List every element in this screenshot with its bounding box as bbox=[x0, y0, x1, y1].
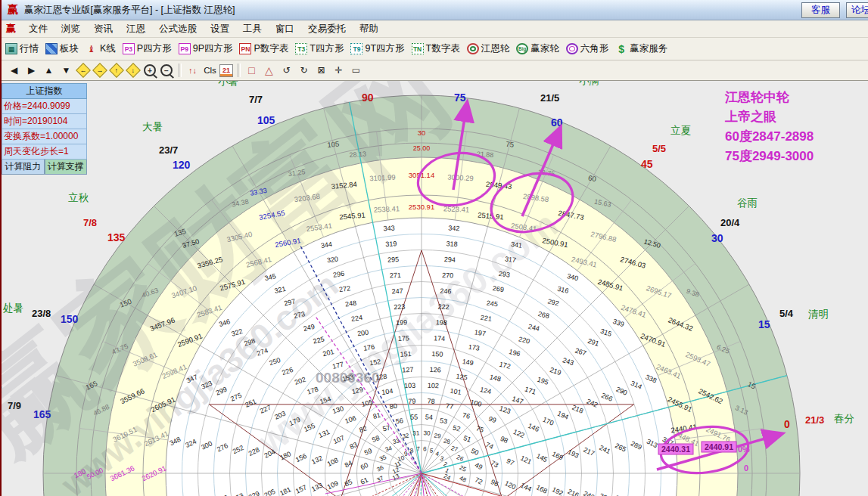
t-table-button[interactable]: TNT数字表 bbox=[412, 42, 460, 55]
hexagon-button[interactable]: 六角形 bbox=[566, 42, 609, 55]
gann-wheel-chart-area[interactable]: 1234567891011121324252627282930313233343… bbox=[2, 81, 868, 496]
customer-service-button[interactable]: 客服 bbox=[801, 2, 840, 18]
winner-wheel-button[interactable]: Big赢家轮 bbox=[516, 42, 559, 55]
nav-down-icon[interactable]: ▼ bbox=[58, 64, 74, 77]
menu-item-1[interactable]: 浏览 bbox=[54, 21, 87, 37]
rotate-ccw-icon[interactable]: ↺ bbox=[278, 64, 294, 77]
menu-item-4[interactable]: 公式选股 bbox=[152, 21, 204, 37]
nav-right-icon[interactable]: ▶ bbox=[23, 64, 39, 77]
menu-item-0[interactable]: 文件 bbox=[22, 21, 54, 37]
9p-square-button[interactable]: P99P四方形 bbox=[179, 42, 233, 55]
svg-text:32: 32 bbox=[402, 432, 410, 439]
application-window: 赢 赢家江恩专业版[赢家服务平台] - [上证指数 江恩轮] 客服 论坛 赢 文… bbox=[0, 0, 868, 496]
svg-text:60: 60 bbox=[587, 173, 596, 183]
t-table-icon: TN bbox=[412, 43, 424, 54]
svg-text:319: 319 bbox=[385, 240, 397, 248]
dollar-icon: $ bbox=[615, 43, 627, 54]
menu-logo-icon: 赢 bbox=[2, 22, 22, 36]
clear-button[interactable]: Cls bbox=[202, 64, 218, 77]
svg-text:173: 173 bbox=[468, 343, 480, 352]
tool-label: 9P四方形 bbox=[193, 42, 233, 55]
9t-square-icon: T9 bbox=[350, 43, 362, 54]
menu-bar: 赢 文件浏览资讯江恩公式选股设置工具窗口交易委托帮助 bbox=[2, 20, 868, 38]
window-title: 赢家江恩专业版[赢家服务平台] - [上证指数 江恩轮] bbox=[24, 4, 795, 17]
menu-item-3[interactable]: 江恩 bbox=[120, 21, 152, 37]
calc-support-button[interactable]: 计算支撑 bbox=[45, 160, 88, 175]
annotation-line: 60度2847-2898 bbox=[725, 127, 814, 147]
pan-left-icon[interactable]: ← bbox=[76, 64, 91, 77]
svg-text:2440.31: 2440.31 bbox=[661, 445, 690, 454]
blocks-button[interactable]: 板块 bbox=[45, 42, 79, 55]
calendar-icon[interactable]: 21 bbox=[219, 64, 233, 77]
svg-text:23/7: 23/7 bbox=[159, 144, 178, 156]
svg-text:31: 31 bbox=[412, 429, 420, 436]
draw-triangle-icon[interactable]: △ bbox=[261, 64, 277, 77]
zoom-in-icon[interactable]: + bbox=[142, 64, 157, 77]
zoom-out-icon[interactable]: − bbox=[159, 64, 174, 77]
svg-text:75: 75 bbox=[454, 91, 466, 104]
step-length: 周天变化步长=1 bbox=[2, 144, 87, 160]
index-name: 上证指数 bbox=[2, 83, 87, 99]
menu-item-5[interactable]: 设置 bbox=[204, 21, 236, 37]
toolbar-separator bbox=[179, 64, 182, 77]
kline-button[interactable]: ♝K线 bbox=[86, 42, 116, 55]
box-x-icon[interactable]: ⊠ bbox=[313, 64, 329, 77]
updown-icon[interactable]: ↑↓ bbox=[185, 64, 201, 77]
gann-wheel-button[interactable]: 江恩轮 bbox=[467, 42, 510, 55]
svg-text:立秋: 立秋 bbox=[68, 192, 89, 203]
menu-item-7[interactable]: 窗口 bbox=[269, 21, 301, 37]
tool-label: 赢家服务 bbox=[630, 42, 667, 55]
svg-text:45: 45 bbox=[641, 158, 653, 170]
svg-text:7/8: 7/8 bbox=[83, 217, 97, 228]
menu-item-8[interactable]: 交易委托 bbox=[301, 21, 353, 37]
p-square-button[interactable]: P3P四方形 bbox=[123, 42, 172, 55]
menu-item-6[interactable]: 工具 bbox=[236, 21, 269, 37]
pan-up-icon[interactable]: ↑ bbox=[109, 64, 124, 77]
svg-text:342: 342 bbox=[448, 224, 459, 232]
conversion-factor: 变换系数=1.00000 bbox=[2, 129, 87, 144]
svg-text:295: 295 bbox=[387, 256, 399, 264]
nav-up-icon[interactable]: ▲ bbox=[41, 64, 57, 77]
t-square-button[interactable]: T3T四方形 bbox=[295, 42, 344, 55]
svg-text:248: 248 bbox=[344, 299, 356, 308]
t-square-icon: T3 bbox=[295, 43, 307, 54]
calc-resistance-button[interactable]: 计算阻力 bbox=[2, 160, 45, 175]
svg-text:200: 200 bbox=[357, 328, 369, 337]
p-table-button[interactable]: PNP数字表 bbox=[239, 42, 288, 55]
center-cross-icon[interactable]: ✛ bbox=[331, 64, 347, 77]
svg-text:0%: 0% bbox=[738, 445, 750, 454]
9t-square-button[interactable]: T99T四方形 bbox=[350, 42, 404, 55]
svg-text:清明: 清明 bbox=[808, 308, 829, 320]
svg-text:126: 126 bbox=[429, 366, 440, 374]
svg-text:103: 103 bbox=[404, 382, 415, 390]
dollar-button[interactable]: $赢家服务 bbox=[615, 42, 667, 55]
nav-left-icon[interactable]: ◀ bbox=[6, 64, 22, 77]
monitor-icon[interactable]: ▭ bbox=[348, 64, 364, 77]
svg-text:立夏: 立夏 bbox=[670, 125, 692, 136]
svg-text:101: 101 bbox=[450, 387, 462, 396]
tool-label: 赢家轮 bbox=[530, 42, 559, 55]
pan-down-icon[interactable]: ↓ bbox=[126, 64, 141, 77]
tool-label: P数字表 bbox=[254, 42, 288, 55]
svg-text:21/3: 21/3 bbox=[805, 414, 824, 426]
tool-label: 9T四方形 bbox=[365, 42, 404, 55]
draw-square-icon[interactable]: □ bbox=[244, 64, 260, 77]
forum-button[interactable]: 论坛 bbox=[846, 2, 868, 18]
tool-label: 行情 bbox=[20, 42, 39, 55]
svg-text:80: 80 bbox=[389, 402, 397, 411]
tool-label: K线 bbox=[100, 42, 116, 55]
svg-text:0: 0 bbox=[744, 463, 748, 473]
pan-right-icon[interactable]: → bbox=[92, 64, 107, 77]
menu-item-2[interactable]: 资讯 bbox=[87, 21, 120, 37]
market-grid-button[interactable]: ▦行情 bbox=[5, 42, 39, 55]
title-bar: 赢 赢家江恩专业版[赢家服务平台] - [上证指数 江恩轮] 客服 论坛 bbox=[2, 0, 868, 20]
svg-text:2538.41: 2538.41 bbox=[373, 204, 400, 214]
svg-text:318: 318 bbox=[446, 240, 457, 248]
app-logo-icon: 赢 bbox=[5, 3, 21, 17]
annotation-line: 江恩轮中轮 bbox=[725, 88, 814, 107]
p-table-icon: PN bbox=[239, 43, 251, 54]
svg-text:296: 296 bbox=[332, 270, 344, 279]
rotate-cw-icon[interactable]: ↻ bbox=[296, 64, 312, 77]
menu-item-9[interactable]: 帮助 bbox=[353, 21, 385, 37]
annotation-line: 上帝之眼 bbox=[725, 107, 814, 127]
